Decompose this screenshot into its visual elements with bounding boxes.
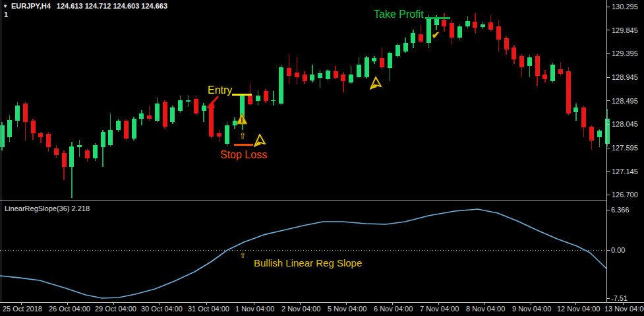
candle-body [77,145,82,147]
candle-body [318,73,322,78]
time-axis-label: 12 Nov 04:00 [557,305,600,313]
candle-body [395,45,400,56]
symbol-label: EURJPY,H4 [11,2,51,10]
indicator-axis-label: 6.366 [611,206,629,214]
entry-annotation-label[interactable]: Entry [208,84,232,96]
candle-body [23,104,28,122]
time-axis-label: 13 Nov 04:00 [604,305,644,313]
candle-body [512,47,516,59]
check-mark-icon: ✔ [432,29,440,40]
candle-body [597,131,602,137]
candle-body [287,68,291,76]
candle-body [186,100,190,102]
indicator-caption: LinearRegSlope(36) 2.218 [5,205,90,212]
candle-body [54,148,59,155]
chart-canvas[interactable]: 130.295129.845129.395128.945128.495128.0… [0,0,644,316]
candle-body [550,65,555,81]
candle-body [535,56,540,76]
candle-body [388,53,392,68]
candle-body [419,34,423,42]
price-axis-label: 128.495 [612,97,638,105]
candle-body [7,120,12,137]
candle-body [163,102,167,127]
bullish-slope-annotation-label[interactable]: Bullish Linear Reg Slope [254,257,362,269]
candle-body [357,65,361,77]
candle-body [542,75,547,79]
chart-header: ▼EURJPY,H4124.613 124.712 124.603 124.66… [3,2,167,10]
candle-body [271,100,276,102]
candle-body [132,119,136,139]
candle-body [434,19,439,26]
hollow-up-arrow-icon: ⇧ [239,251,245,259]
candle-body [233,121,237,125]
candle-body [605,119,610,144]
time-axis-label: 29 Oct 04:00 [95,305,136,313]
candle-body [295,73,299,77]
candle-body [341,75,345,81]
candle-body [101,132,105,147]
ohlc-readout: 124.613 124.712 124.603 124.663 [57,2,167,10]
hollow-up-arrow-icon: ⇧ [239,131,247,141]
candle-body [457,26,462,38]
price-axis-label: 128.045 [612,120,638,128]
candle-body [202,106,206,111]
candle-body [256,96,260,101]
price-axis-label: 128.945 [612,73,638,81]
candle-body [46,134,51,147]
candle-body [334,71,338,78]
candle-body [264,91,268,101]
time-axis-label: 9 Nov 04:00 [512,305,551,313]
time-axis-label: 25 Oct 2018 [3,305,42,313]
candle-body [217,133,221,137]
candle-body [589,127,594,141]
candle-body [178,100,183,111]
indicator-axis-label: -7.51 [611,294,628,302]
candle-body [465,21,470,26]
candle-body [31,121,36,133]
symbol-dropdown-arrow-icon[interactable]: ▼ [3,3,8,9]
candle-body [558,69,563,74]
candle-body [124,121,129,139]
candle-body [411,33,415,43]
take-profit-annotation-label[interactable]: Take Profit [374,9,424,20]
mt4-chart-window: 130.295129.845129.395128.945128.495128.0… [0,0,644,316]
price-axis-label: 127.145 [612,168,638,175]
candle-body [85,150,90,158]
candle-body [248,96,252,104]
candle-body [349,75,353,82]
indicator-axis-label: 0.00 [611,246,625,254]
candle-body [69,146,74,167]
time-axis-label: 6 Nov 04:00 [374,305,413,313]
candle-body [93,145,98,159]
candle-body [380,58,384,67]
candle-body [473,22,477,28]
candle-body [450,23,454,38]
candle-body [116,121,121,130]
time-axis-label: 8 Nov 04:00 [466,305,505,313]
candle-body [0,125,5,147]
candle-body [488,22,493,30]
candle-body [279,67,283,104]
candle-body [139,113,144,119]
price-axis-label: 130.295 [612,3,638,11]
candle-body [225,125,229,144]
stop-loss-annotation-label[interactable]: Stop Loss [220,149,267,161]
candle-body [155,104,160,121]
price-axis-label: 129.845 [612,26,638,34]
candle-body [372,58,376,61]
price-axis-label: 126.700 [612,191,638,199]
candle-body [62,153,67,167]
candle-body [15,106,20,121]
candle-body [209,104,214,137]
price-axis-label: 127.595 [612,144,638,152]
candle-body [527,57,532,66]
candle-body [496,26,501,40]
time-axis-label: 2 Nov 04:00 [281,305,320,313]
candle-body [442,20,446,26]
time-axis-label: 7 Nov 04:00 [420,305,459,313]
candle-body [581,108,586,127]
time-axis-label: 31 Oct 04:00 [188,305,229,313]
candle-body [403,43,408,51]
time-axis-label: 26 Oct 04:00 [49,305,90,313]
candle-body [566,71,571,113]
